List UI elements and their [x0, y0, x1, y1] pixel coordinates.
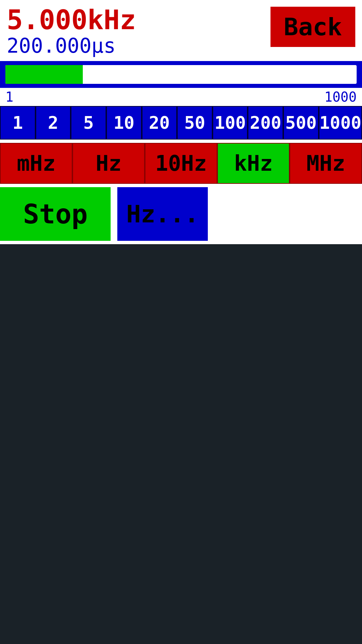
unit-btn-mhz[interactable]: MHz	[290, 143, 362, 184]
unit-btn-mhz[interactable]: mHz	[0, 143, 72, 184]
unit-btn-khz[interactable]: kHz	[217, 143, 290, 184]
frequency-display: 5.000kHz 200.000µs	[7, 7, 136, 58]
multiplier-btn-2[interactable]: 2	[36, 106, 71, 140]
progress-bar-container	[0, 61, 362, 88]
multiplier-btn-100[interactable]: 100	[213, 106, 248, 140]
unit-buttons-row: mHzHz10HzkHzMHz	[0, 143, 362, 184]
progress-bar-track[interactable]	[5, 65, 357, 84]
multiplier-btn-1000[interactable]: 1000	[319, 106, 362, 140]
period-value: 200.000µs	[7, 34, 116, 58]
top-section: 5.000kHz 200.000µs Back 1 1000 125102050…	[0, 0, 362, 244]
multiplier-btn-5[interactable]: 5	[71, 106, 106, 140]
range-min-label: 1	[5, 89, 13, 105]
progress-bar-fill	[5, 65, 83, 84]
multiplier-btn-50[interactable]: 50	[177, 106, 213, 140]
header-row: 5.000kHz 200.000µs Back	[0, 3, 362, 58]
range-labels: 1 1000	[0, 88, 362, 106]
unit-btn-10hz[interactable]: 10Hz	[145, 143, 217, 184]
range-max-label: 1000	[324, 89, 357, 105]
frequency-value: 5.000kHz	[7, 7, 136, 34]
unit-btn-hz[interactable]: Hz	[72, 143, 145, 184]
bottom-empty-area	[0, 244, 362, 644]
hz-input-button[interactable]: Hz...	[117, 187, 208, 241]
multiplier-btn-1[interactable]: 1	[0, 106, 36, 140]
multiplier-btn-200[interactable]: 200	[248, 106, 283, 140]
back-button[interactable]: Back	[270, 7, 355, 47]
stop-button[interactable]: Stop	[0, 187, 111, 241]
multiplier-buttons-row: 1251020501002005001000	[0, 106, 362, 140]
action-buttons-row: Stop Hz...	[0, 187, 362, 244]
multiplier-btn-10[interactable]: 10	[106, 106, 142, 140]
multiplier-btn-500[interactable]: 500	[283, 106, 319, 140]
multiplier-btn-20[interactable]: 20	[142, 106, 177, 140]
